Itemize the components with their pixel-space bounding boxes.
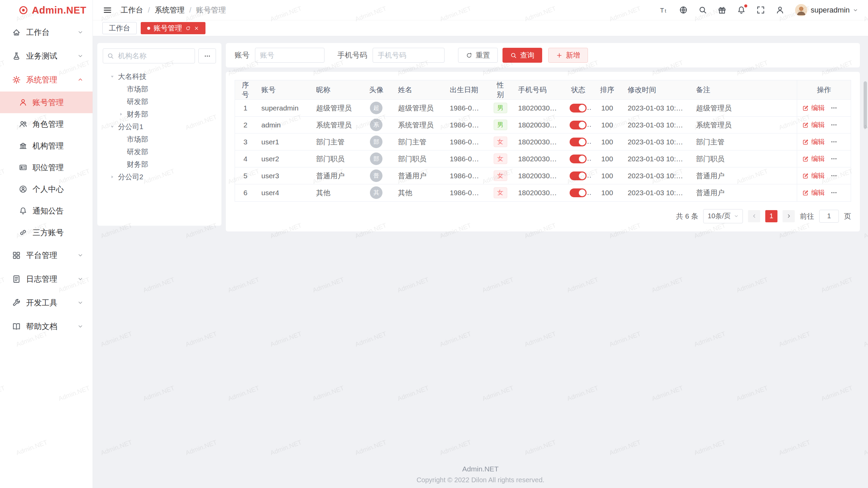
- footer-title: Admin.NET: [93, 465, 868, 473]
- sidebar-item-label: 个人中心: [33, 184, 64, 195]
- row-more-button[interactable]: [831, 105, 837, 111]
- reset-button[interactable]: 重置: [458, 48, 498, 63]
- cell-modified-time: 2023-01-03 10:59:44: [622, 150, 691, 167]
- sidebar: Admin.NET 工作台 业务测试 系统管理 账号管理 角色管理 机构管理: [0, 0, 93, 488]
- tree-node[interactable]: 研发部: [103, 95, 216, 108]
- tree-caret-icon[interactable]: [108, 124, 116, 129]
- page-number-current[interactable]: 1: [765, 210, 777, 222]
- goto-page-input[interactable]: [819, 210, 839, 223]
- status-toggle[interactable]: [570, 121, 587, 129]
- gender-badge: 女: [494, 170, 507, 181]
- tree-node[interactable]: 分公司1: [103, 120, 216, 133]
- row-more-button[interactable]: [831, 172, 837, 179]
- fullscreen-icon[interactable]: [756, 6, 765, 14]
- table-header-row: 序号 账号 昵称 头像 姓名 出生日期 性别 手机号码 状态 排序 修改时间 备…: [235, 80, 851, 100]
- search-icon[interactable]: [698, 6, 707, 14]
- menu-fold-icon[interactable]: [103, 6, 112, 15]
- profile-icon[interactable]: [776, 6, 784, 14]
- notification-icon[interactable]: [737, 6, 746, 14]
- tab-account-management[interactable]: 账号管理: [141, 22, 205, 34]
- tree-node[interactable]: 研发部: [103, 145, 216, 158]
- page-size-select[interactable]: 10条/页: [703, 209, 743, 223]
- tree-caret-icon[interactable]: [108, 175, 116, 179]
- cell-nickname: 部门职员: [311, 150, 360, 167]
- tree-node[interactable]: 财务部: [103, 158, 216, 170]
- phone-label: 手机号码: [337, 50, 367, 60]
- tree-node[interactable]: 市场部: [103, 133, 216, 145]
- sidebar-item-label: 角色管理: [33, 119, 64, 129]
- edit-button[interactable]: 编辑: [803, 154, 825, 163]
- footer: Admin.NET Copyright © 2022 Dilon All rig…: [93, 465, 868, 484]
- theme-icon[interactable]: [718, 6, 726, 14]
- status-toggle[interactable]: [570, 138, 587, 146]
- prev-page-button[interactable]: [748, 210, 760, 222]
- close-icon[interactable]: [194, 26, 199, 31]
- user-menu[interactable]: superadmin: [795, 4, 858, 16]
- tree-node[interactable]: 大名科技: [103, 70, 216, 83]
- tree-node[interactable]: 分公司2: [103, 170, 216, 183]
- row-more-button[interactable]: [831, 122, 837, 128]
- status-toggle[interactable]: [570, 188, 587, 197]
- cell-no: 2: [235, 117, 256, 134]
- row-more-button[interactable]: [831, 139, 837, 145]
- chevron-down-icon: [78, 29, 83, 35]
- tab-workbench[interactable]: 工作台: [102, 22, 137, 34]
- status-toggle[interactable]: [570, 155, 587, 163]
- sidebar-item-business-test[interactable]: 业务测试: [0, 44, 93, 68]
- row-more-button[interactable]: [831, 189, 837, 196]
- tree-node-label: 市场部: [127, 84, 148, 94]
- phone-input[interactable]: [373, 48, 445, 63]
- tree-caret-icon[interactable]: [117, 112, 125, 117]
- sidebar-item-position[interactable]: 职位管理: [0, 157, 93, 178]
- next-page-button[interactable]: [783, 210, 795, 222]
- edit-button[interactable]: 编辑: [803, 120, 825, 129]
- edit-button[interactable]: 编辑: [803, 171, 825, 180]
- chevron-down-icon: [78, 324, 83, 329]
- font-size-icon[interactable]: Tt: [660, 6, 668, 14]
- sidebar-item-log[interactable]: 日志管理: [0, 267, 93, 291]
- status-toggle[interactable]: [570, 171, 587, 180]
- sidebar-item-system[interactable]: 系统管理: [0, 68, 93, 92]
- account-input[interactable]: [255, 48, 324, 63]
- cell-no: 1: [235, 100, 256, 117]
- search-icon: [107, 53, 114, 59]
- sidebar-item-workbench[interactable]: 工作台: [0, 20, 93, 44]
- scrollbar-thumb[interactable]: [864, 81, 867, 129]
- sidebar-item-account[interactable]: 账号管理: [0, 92, 93, 113]
- sidebar-item-label: 日志管理: [26, 274, 57, 284]
- org-name-input[interactable]: [103, 48, 195, 63]
- edit-icon: [803, 173, 809, 179]
- tree-node[interactable]: 市场部: [103, 83, 216, 95]
- row-more-button[interactable]: [831, 156, 837, 162]
- app-logo: Admin.NET: [0, 0, 93, 20]
- sidebar-item-devtools[interactable]: 开发工具: [0, 291, 93, 314]
- tree-more-button[interactable]: [198, 48, 216, 63]
- edit-button[interactable]: 编辑: [803, 188, 825, 197]
- row-avatar: 系: [370, 119, 382, 131]
- tree-caret-icon[interactable]: [108, 74, 116, 79]
- edit-button[interactable]: 编辑: [803, 137, 825, 146]
- status-toggle[interactable]: [570, 104, 587, 113]
- column-header: 状态: [564, 80, 592, 100]
- sidebar-item-notice[interactable]: 通知公告: [0, 200, 93, 222]
- cell-phone: 18020030720: [513, 117, 565, 134]
- logo-icon: [19, 6, 28, 15]
- row-avatar: 部: [370, 136, 382, 148]
- add-button[interactable]: 新增: [548, 48, 588, 63]
- refresh-icon[interactable]: [185, 26, 191, 31]
- sidebar-item-docs[interactable]: 帮助文档: [0, 314, 93, 338]
- sidebar-item-role[interactable]: 角色管理: [0, 113, 93, 135]
- breadcrumb-item[interactable]: 系统管理: [155, 5, 184, 15]
- sidebar-item-org[interactable]: 机构管理: [0, 135, 93, 157]
- edit-button[interactable]: 编辑: [803, 103, 825, 113]
- sidebar-item-thirdparty[interactable]: 三方账号: [0, 222, 93, 243]
- search-button[interactable]: 查询: [502, 48, 542, 63]
- sidebar-item-platform[interactable]: 平台管理: [0, 243, 93, 267]
- sidebar-item-personal-center[interactable]: 个人中心: [0, 178, 93, 200]
- tree-node[interactable]: 财务部: [103, 108, 216, 120]
- row-avatar: 其: [370, 186, 382, 199]
- language-icon[interactable]: [679, 6, 688, 14]
- tree-node-label: 分公司2: [118, 172, 143, 182]
- breadcrumb-item[interactable]: 工作台: [121, 5, 143, 15]
- table-row: 5 user3 普通用户 普 普通用户 1986-06-28 女 1802003…: [235, 167, 851, 184]
